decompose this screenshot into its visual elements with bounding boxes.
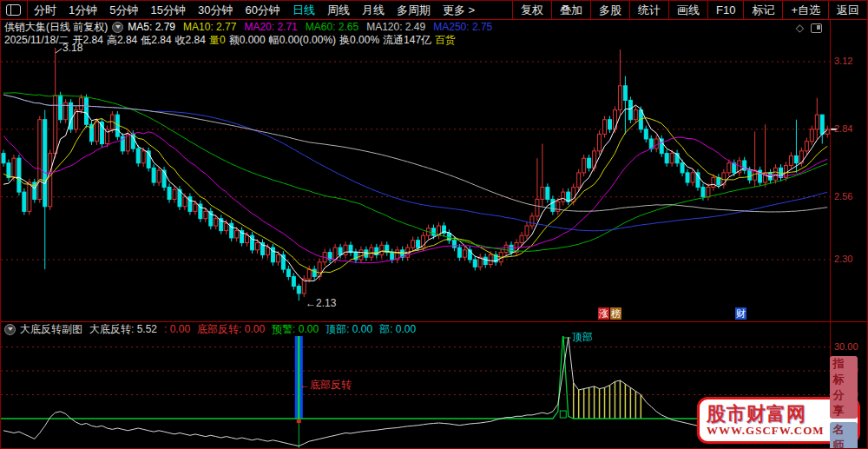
indicator-axis-label: 30.00 <box>834 341 865 352</box>
button-+自选[interactable]: +自选 <box>782 1 828 19</box>
top-signal-label: 顶部 <box>572 330 593 345</box>
watermark-url: WWW.GSCFW.COM <box>707 424 825 437</box>
ma-value: MA60: 2.65 <box>306 21 358 33</box>
chevron-down-circle-icon[interactable] <box>4 324 16 335</box>
tab-日线[interactable]: 日线 <box>286 3 321 18</box>
trading-app-window: 分时1分钟5分钟15分钟30分钟60分钟日线周线月线多周期更多 > 复权叠加多股… <box>0 0 868 449</box>
ma-legend: MA5: 2.79MA10: 2.77MA20: 2.71MA60: 2.65M… <box>128 21 500 33</box>
quote-field: 换0.00% <box>339 33 379 48</box>
quote-field: 流通147亿 <box>383 33 431 48</box>
quote-field: 量0 <box>209 33 226 48</box>
ma-value: MA250: 2.75 <box>433 21 492 33</box>
button-统计[interactable]: 统计 <box>629 1 668 19</box>
indicator-value: 底部反转: 0.00 <box>197 323 265 335</box>
button-标记[interactable]: 标记 <box>743 1 782 19</box>
header-icons: ◇ <box>796 22 822 34</box>
button-叠加[interactable]: 叠加 <box>551 1 590 19</box>
ma-value: MA5: 2.79 <box>128 21 175 33</box>
tab-1分钟[interactable]: 1分钟 <box>62 3 103 18</box>
quote-field: 收2.84 <box>175 33 206 48</box>
quote-field: 高2.84 <box>107 33 137 48</box>
tab-60分钟[interactable]: 60分钟 <box>239 3 286 18</box>
ma-value: MA120: 2.49 <box>366 21 425 33</box>
period-tabs: 分时1分钟5分钟15分钟30分钟60分钟日线周线月线多周期更多 > <box>28 3 481 18</box>
ma-value: MA20: 2.71 <box>244 21 297 33</box>
sub-indicator-values: 大底反转副图大底反转: 5.52: 0.00底部反转: 0.00预警: 0.00… <box>20 322 423 337</box>
tab-30分钟[interactable]: 30分钟 <box>192 3 239 18</box>
quote-field: 幅0.00(0.00%) <box>269 33 336 48</box>
bottom-reversal-label: ←底部反转 <box>299 378 352 393</box>
diamond-icon[interactable]: ◇ <box>796 22 804 34</box>
event-marker[interactable]: 涨 <box>598 307 609 320</box>
indicator-value: 大底反转副图 <box>20 323 82 335</box>
tab-多周期[interactable]: 多周期 <box>391 3 437 18</box>
chart-header-row: 供销大集(日线 前复权) MA5: 2.79MA10: 2.77MA20: 2.… <box>1 20 867 34</box>
low-price-annotation: ←2.13 <box>306 297 336 309</box>
stock-title: 供销大集(日线 前复权) <box>4 20 108 35</box>
button-F10[interactable]: F10 <box>707 1 743 19</box>
button-复权[interactable]: 复权 <box>512 1 551 19</box>
indicator-value: 大底反转: 5.52 <box>89 323 157 335</box>
high-price-annotation: 3.18 <box>62 42 82 54</box>
indicator-value: 预警: 0.00 <box>272 323 319 335</box>
toolbar-buttons: 复权叠加多股统计画线F10标记+自选返回 <box>512 1 867 19</box>
button-画线[interactable]: 画线 <box>668 1 707 19</box>
tab-15分钟[interactable]: 15分钟 <box>144 3 191 18</box>
event-marker[interactable]: 财 <box>735 307 746 320</box>
main-chart-canvas[interactable] <box>1 48 868 321</box>
price-axis-label: 2.56 <box>834 191 865 201</box>
titlebar: 分时1分钟5分钟15分钟30分钟60分钟日线周线月线多周期更多 > 复权叠加多股… <box>1 1 867 20</box>
watermark-title: 股市财富网 <box>707 405 825 424</box>
watermark-badges: 指标分享 名师课程 <box>830 356 858 449</box>
tab-月线[interactable]: 月线 <box>356 3 391 18</box>
price-axis-label: 2.84 <box>834 123 865 134</box>
quote-field: 低2.84 <box>141 33 171 48</box>
watermark: 股市财富网 WWW.GSCFW.COM 指标分享 名师课程 <box>697 397 860 444</box>
button-多股[interactable]: 多股 <box>590 1 629 19</box>
watermark-badge: 名师课程 <box>830 422 858 449</box>
tab-分时[interactable]: 分时 <box>28 3 62 18</box>
split-window-icon[interactable] <box>811 23 822 33</box>
quote-field: 2025/11/18/二 <box>4 33 69 48</box>
price-axis-label: 3.12 <box>834 56 865 66</box>
panel-toggle-icon[interactable] <box>6 4 21 16</box>
quote-field: 百货 <box>435 33 456 48</box>
event-marker[interactable]: 榜 <box>610 307 621 320</box>
ma-value: MA10: 2.77 <box>183 21 236 33</box>
indicator-value: 部: 0.00 <box>379 323 416 335</box>
price-axis-label: 2.30 <box>834 254 865 264</box>
watermark-badge: 指标分享 <box>830 356 858 419</box>
quote-field: 额0.000 <box>229 33 266 48</box>
tab-周线[interactable]: 周线 <box>321 3 356 18</box>
chevron-down-circle-icon[interactable] <box>112 22 123 33</box>
quote-row: 2025/11/18/二开2.84高2.84低2.84收2.84量0额0.000… <box>1 34 867 47</box>
button-返回[interactable]: 返回 <box>828 1 867 19</box>
indicator-value: 顶部: 0.00 <box>326 323 372 335</box>
sub-indicator-header: 大底反转副图大底反转: 5.52: 0.00底部反转: 0.00预警: 0.00… <box>1 323 867 335</box>
indicator-value: : 0.00 <box>164 323 190 335</box>
tab-5分钟[interactable]: 5分钟 <box>103 3 144 18</box>
watermark-text: 股市财富网 WWW.GSCFW.COM <box>707 405 825 437</box>
tab-更多 >[interactable]: 更多 > <box>437 3 481 18</box>
